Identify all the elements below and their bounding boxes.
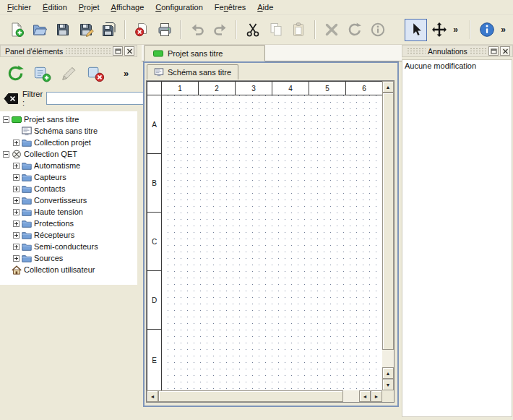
- elements-panel-close-button[interactable]: [124, 46, 134, 56]
- edit-element-button[interactable]: [57, 61, 80, 85]
- menu-affichage[interactable]: Affichage: [105, 1, 150, 14]
- paste-icon: [291, 22, 307, 38]
- tree-item-label: Contacts: [34, 184, 65, 193]
- elements-panel-dock: Panel d'éléments » Filtrer : Projet sans…: [0, 45, 142, 420]
- menu-fenetres[interactable]: Fenêtres: [209, 1, 251, 14]
- expand-icon[interactable]: [13, 140, 20, 146]
- toolbar-overflow-button[interactable]: »: [451, 19, 460, 41]
- rotate-button[interactable]: [343, 19, 366, 41]
- toolbar-overflow-button[interactable]: »: [499, 19, 508, 41]
- tree-item-projet-sans-titre[interactable]: Projet sans titre: [0, 113, 137, 125]
- vscroll-thumb[interactable]: [382, 93, 394, 350]
- reload-collections-button[interactable]: [4, 61, 27, 85]
- scroll-left-button[interactable]: ◄: [147, 390, 158, 402]
- expand-icon[interactable]: [13, 255, 20, 262]
- tree-item-recepteurs[interactable]: Récepteurs: [0, 229, 137, 241]
- elements-tree: Projet sans titreSchéma sans titreCollec…: [0, 111, 137, 285]
- cut-icon: [245, 22, 261, 38]
- tab-schema-sans-titre[interactable]: Schéma sans titre: [147, 64, 238, 80]
- tree-item-collection-projet[interactable]: Collection projet: [0, 137, 137, 148]
- select-pointer-icon: [408, 22, 424, 38]
- tree-item-sources[interactable]: Sources: [0, 252, 137, 264]
- copy-button[interactable]: [264, 19, 287, 41]
- folder-icon: [22, 231, 32, 240]
- tree-item-protections[interactable]: Protections: [0, 218, 137, 229]
- undo-history-list[interactable]: Aucune modification: [402, 59, 512, 417]
- cut-button[interactable]: [241, 19, 264, 41]
- horizontal-scrollbar[interactable]: ◄ ◄►: [147, 390, 382, 402]
- conductor-info-button[interactable]: [366, 19, 389, 41]
- tree-item-automatisme[interactable]: Automatisme: [0, 160, 137, 171]
- column-label-1: 1: [162, 82, 199, 95]
- menu-bar: FichierÉditionProjetAffichageConfigurati…: [0, 0, 513, 15]
- menu-fichier[interactable]: Fichier: [1, 1, 37, 14]
- expand-icon[interactable]: [13, 232, 20, 239]
- close-file-button[interactable]: [130, 19, 152, 41]
- hscroll-right-buttons: ◄►: [359, 390, 382, 402]
- menu-edition[interactable]: Édition: [37, 1, 73, 14]
- expand-icon[interactable]: [13, 186, 20, 192]
- row-label-E: E: [147, 330, 162, 390]
- diagram-canvas[interactable]: [162, 95, 382, 390]
- expand-icon[interactable]: [13, 174, 20, 181]
- menu-aide[interactable]: Aide: [251, 1, 279, 14]
- toolbar-overflow-button[interactable]: »: [119, 62, 131, 84]
- print-button[interactable]: [153, 19, 176, 41]
- move-view-button[interactable]: [428, 19, 450, 41]
- save-as-button[interactable]: [74, 19, 97, 41]
- expand-icon[interactable]: [13, 197, 20, 204]
- tree-item-contacts[interactable]: Contacts: [0, 183, 137, 194]
- about-qet-button[interactable]: [475, 19, 498, 41]
- scroll-right-button[interactable]: ►: [371, 390, 382, 402]
- collapse-icon[interactable]: [3, 116, 9, 123]
- close-icon: [126, 48, 133, 54]
- undo-panel-titlebar[interactable]: Annulations: [402, 45, 513, 57]
- tree-item-semi-conducteurs[interactable]: Semi-conducteurs: [0, 241, 137, 252]
- tree-item-capteurs[interactable]: Capteurs: [0, 171, 137, 183]
- save-as-icon: [78, 22, 94, 38]
- diagram-sheet[interactable]: 123456 ABCDE: [147, 81, 382, 390]
- select-pointer-button[interactable]: [405, 19, 427, 41]
- tree-item-collection-qet[interactable]: Collection QET: [0, 148, 137, 160]
- new-file-button[interactable]: [5, 19, 27, 41]
- save-button[interactable]: [51, 19, 74, 41]
- clear-filter-button[interactable]: [4, 93, 19, 105]
- diagram-tab-label: Schéma sans titre: [168, 68, 231, 77]
- expand-icon[interactable]: [13, 244, 20, 250]
- expand-icon[interactable]: [13, 163, 20, 169]
- folder-icon: [22, 196, 32, 205]
- collapse-icon[interactable]: [3, 151, 9, 158]
- expand-icon[interactable]: [13, 220, 20, 227]
- delete-element-button[interactable]: [84, 61, 107, 85]
- new-element-button[interactable]: [30, 61, 53, 85]
- tree-item-label: Convertisseurs: [34, 196, 87, 205]
- qet-collection-icon: [12, 150, 22, 159]
- expand-icon[interactable]: [13, 209, 20, 215]
- hscroll-thumb[interactable]: [158, 390, 343, 402]
- vertical-scrollbar[interactable]: ▲ ▲▼: [382, 81, 394, 390]
- tree-item-schema-sans-titre[interactable]: Schéma sans titre: [0, 125, 137, 137]
- redo-button[interactable]: [209, 19, 231, 41]
- tab-projet-sans-titre[interactable]: Projet sans titre: [144, 45, 265, 61]
- scroll-left-button[interactable]: ◄: [359, 390, 371, 402]
- undo-button[interactable]: [186, 19, 208, 41]
- open-file-button[interactable]: [28, 19, 51, 41]
- tree-item-convertisseurs[interactable]: Convertisseurs: [0, 194, 137, 206]
- menu-configuration[interactable]: Configuration: [150, 1, 209, 14]
- toolbar-group: [240, 19, 311, 41]
- undo-panel-float-button[interactable]: [488, 46, 499, 56]
- save-all-button[interactable]: [98, 19, 120, 41]
- paste-button[interactable]: [288, 19, 310, 41]
- tree-item-collection-utilisateur[interactable]: Collection utilisateur: [0, 264, 137, 275]
- filter-input[interactable]: [46, 92, 153, 105]
- elements-panel-float-button[interactable]: [113, 46, 123, 56]
- undo-panel-close-button[interactable]: [500, 46, 510, 56]
- scroll-up-button[interactable]: ▲: [382, 367, 394, 379]
- scroll-up-button[interactable]: ▲: [382, 81, 394, 93]
- delete-button[interactable]: [320, 19, 342, 41]
- scroll-down-button[interactable]: ▼: [382, 379, 394, 390]
- tree-item-haute-tension[interactable]: Haute tension: [0, 206, 137, 218]
- menu-projet[interactable]: Projet: [73, 1, 105, 14]
- save-icon: [55, 22, 71, 38]
- elements-panel-titlebar[interactable]: Panel d'éléments: [0, 45, 137, 57]
